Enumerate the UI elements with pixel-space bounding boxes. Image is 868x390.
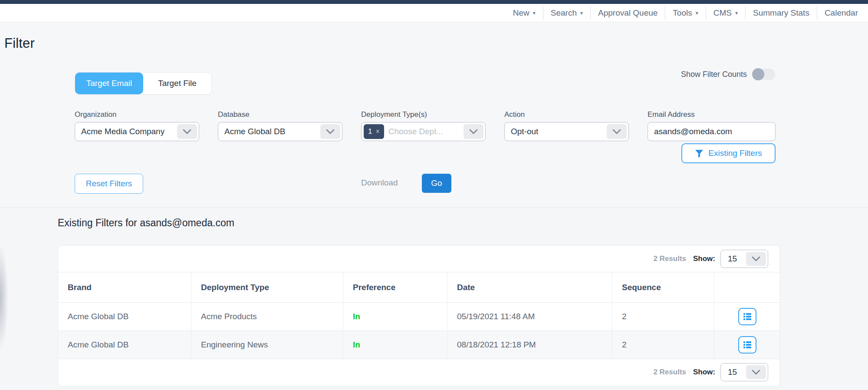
filter-page: New ▾ Search ▾ Approval Queue Tools ▾ CM… <box>0 0 868 390</box>
results-count: 2 Results <box>653 368 686 377</box>
nav-item-label: Approval Queue <box>598 8 658 18</box>
list-details-icon <box>743 313 751 320</box>
cell-deployment-type: Acme Products <box>191 303 343 331</box>
header-deployment-type: Deployment Type <box>191 272 343 302</box>
selected-count-tag: 1 × <box>364 124 384 139</box>
left-edge-shadow <box>0 248 8 347</box>
show-filter-counts: Show Filter Counts <box>681 69 775 80</box>
action-select[interactable]: Opt-out <box>504 122 629 141</box>
chevron-down-icon <box>607 124 627 139</box>
nav-item-summary-stats[interactable]: Summary Stats <box>745 7 817 20</box>
database-field: Database Acme Global DB <box>218 110 342 141</box>
chevron-down-icon <box>320 124 340 139</box>
row-details-button[interactable] <box>738 336 756 354</box>
chevron-down-icon <box>464 124 483 139</box>
organization-select[interactable]: Acme Media Company <box>75 122 199 141</box>
list-details-icon <box>743 341 751 348</box>
chevron-down-icon <box>746 252 766 266</box>
header-date: Date <box>447 272 612 302</box>
nav-item-label: Tools <box>673 8 692 18</box>
page-size-select[interactable]: 15 <box>720 250 768 268</box>
show-filter-counts-toggle[interactable] <box>753 69 775 80</box>
action-value: Opt-out <box>511 127 538 136</box>
cell-date: 08/18/2021 12:18 PM <box>447 331 612 359</box>
nav-item-new[interactable]: New ▾ <box>506 7 543 20</box>
email-label: Email Address <box>648 110 776 119</box>
show-filter-counts-label: Show Filter Counts <box>681 70 747 79</box>
chevron-down-icon: ▾ <box>580 10 583 16</box>
header-sequence: Sequence <box>612 272 714 302</box>
page-title: Filter <box>4 36 35 51</box>
nav-item-label: Search <box>551 8 577 18</box>
existing-filters-label: Existing Filters <box>708 149 762 158</box>
table-row: Acme Global DB Acme Products In 05/19/20… <box>58 302 779 331</box>
table-row: Acme Global DB Engineering News In 08/18… <box>58 331 779 359</box>
chevron-down-icon <box>177 124 197 139</box>
cell-preference: In <box>343 331 447 359</box>
toggle-knob <box>752 68 764 80</box>
top-navbar: New ▾ Search ▾ Approval Queue Tools ▾ CM… <box>0 4 868 22</box>
nav-item-cms[interactable]: CMS ▾ <box>706 7 745 20</box>
filter-funnel-icon <box>695 149 704 158</box>
top-navy-strip <box>0 0 868 4</box>
organization-value: Acme Media Company <box>81 127 164 136</box>
show-label: Show: <box>693 368 715 377</box>
tab-target-email[interactable]: Target Email <box>75 73 143 94</box>
nav-item-label: New <box>513 8 529 18</box>
remove-tag-icon[interactable]: × <box>375 128 379 136</box>
header-brand: Brand <box>58 272 191 302</box>
nav-item-label: Summary Stats <box>753 8 809 18</box>
chevron-down-icon: ▾ <box>735 10 738 16</box>
table-header-row: Brand Deployment Type Preference Date Se… <box>58 272 779 302</box>
tab-target-file[interactable]: Target File <box>143 73 211 94</box>
cell-preference: In <box>343 303 447 331</box>
header-actions <box>714 272 780 302</box>
download-link[interactable]: Download <box>361 178 398 188</box>
email-field: Email Address <box>648 110 776 141</box>
reset-filters-button[interactable]: Reset Filters <box>75 174 143 194</box>
deployment-types-placeholder: Choose Depl... <box>388 127 443 136</box>
page-size-value: 15 <box>728 367 737 377</box>
section-divider <box>0 207 868 208</box>
nav-item-label: Calendar <box>825 8 858 18</box>
chevron-down-icon <box>746 365 766 379</box>
deployment-types-label: Deployment Type(s) <box>361 110 486 119</box>
nav-item-calendar[interactable]: Calendar <box>817 7 865 20</box>
database-label: Database <box>218 110 342 119</box>
results-heading: Existing Filters for asands@omeda.com <box>58 217 234 229</box>
chevron-down-icon: ▾ <box>533 10 536 16</box>
nav-item-tools[interactable]: Tools ▾ <box>665 7 705 20</box>
nav-item-label: CMS <box>713 8 732 18</box>
page-size-select[interactable]: 15 <box>720 363 768 381</box>
filters-table: Brand Deployment Type Preference Date Se… <box>58 272 779 359</box>
cell-brand: Acme Global DB <box>58 331 191 359</box>
results-card: 2 Results Show: 15 Brand Deployment Type… <box>58 245 780 387</box>
page-size-value: 15 <box>728 254 737 264</box>
deployment-types-field: Deployment Type(s) 1 × Choose Depl... <box>361 110 486 141</box>
email-input[interactable] <box>648 122 776 141</box>
row-details-button[interactable] <box>738 308 756 325</box>
existing-filters-button[interactable]: Existing Filters <box>681 143 776 163</box>
results-toolbar-top: 2 Results Show: 15 <box>58 246 779 272</box>
show-label: Show: <box>693 254 715 263</box>
cell-brand: Acme Global DB <box>58 303 191 331</box>
results-count: 2 Results <box>653 254 686 263</box>
chevron-down-icon: ▾ <box>696 10 698 16</box>
organization-field: Organization Acme Media Company <box>75 110 199 141</box>
action-label: Action <box>504 110 629 119</box>
go-button[interactable]: Go <box>422 174 451 193</box>
results-toolbar-bottom: 2 Results Show: 15 <box>58 359 779 385</box>
database-select[interactable]: Acme Global DB <box>218 122 342 141</box>
organization-label: Organization <box>75 110 199 119</box>
cell-sequence: 2 <box>612 331 714 359</box>
cell-date: 05/19/2021 11:48 AM <box>447 303 612 331</box>
target-tab-toggle: Target Email Target File <box>75 72 212 95</box>
nav-item-search[interactable]: Search ▾ <box>543 7 590 20</box>
tag-count: 1 <box>368 127 372 136</box>
deployment-types-multiselect[interactable]: 1 × Choose Depl... <box>361 122 486 141</box>
database-value: Acme Global DB <box>224 127 285 136</box>
nav-item-approval-queue[interactable]: Approval Queue <box>590 7 665 20</box>
nav-items: New ▾ Search ▾ Approval Queue Tools ▾ CM… <box>506 4 865 22</box>
header-preference: Preference <box>343 272 447 302</box>
action-field: Action Opt-out <box>504 110 629 141</box>
